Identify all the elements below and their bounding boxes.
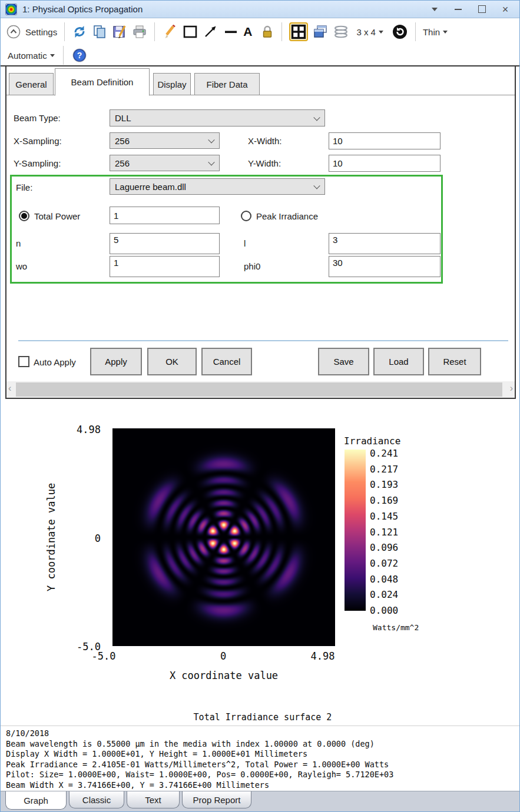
y-tick: 0	[69, 533, 101, 544]
save-icon[interactable]	[112, 24, 127, 39]
info-divider	[1, 726, 519, 726]
colorbar-tick: 0.048	[370, 574, 412, 585]
physical-optics-propagation-window: 1: Physical Optics Propagation × Setting…	[0, 0, 520, 812]
toolbar-secondary: Automatic ?	[1, 45, 519, 65]
total-power-radio[interactable]	[19, 211, 29, 221]
window-menu-caret-icon[interactable]	[430, 5, 439, 14]
chevron-down-icon	[379, 31, 383, 34]
reset-button[interactable]: Reset	[428, 348, 481, 375]
help-icon[interactable]: ?	[72, 48, 87, 63]
auto-apply-checkbox[interactable]	[18, 356, 29, 367]
wo-field[interactable]	[110, 256, 220, 277]
tab-general[interactable]: General	[9, 73, 54, 95]
settings-label[interactable]: Settings	[25, 27, 57, 37]
close-icon[interactable]: ×	[501, 5, 510, 14]
line-annotate-icon[interactable]	[223, 24, 239, 39]
colorbar-tick: 0.169	[370, 495, 412, 506]
info-line: Display X Width = 1.0000E+01, Y Height =…	[6, 749, 393, 760]
beam-type-label: Beam Type:	[14, 113, 61, 123]
chevron-down-icon	[313, 114, 320, 121]
lock-icon[interactable]	[260, 24, 274, 39]
info-line: Beam Width X = 3.74166E+00, Y = 3.74166E…	[6, 780, 393, 791]
colorbar-tick: 0.217	[370, 464, 412, 475]
window-title: 1: Physical Optics Propagation	[22, 4, 143, 14]
view-tab-prop-report[interactable]: Prop Report	[182, 791, 251, 808]
x-tick: 0	[205, 650, 241, 662]
y-width-field[interactable]	[329, 155, 440, 172]
toolbar-separator	[63, 46, 64, 65]
collapse-settings-icon[interactable]	[6, 25, 21, 39]
chevron-down-icon	[313, 182, 320, 189]
line-thickness-dropdown[interactable]: Thin	[423, 27, 448, 37]
colorbar-tick: 0.072	[370, 558, 412, 569]
x-tick: 4.98	[304, 650, 341, 662]
scroll-left-icon[interactable]: ‹	[8, 383, 11, 394]
colorbar-tick: 0.121	[370, 527, 412, 538]
auto-update-icon[interactable]	[392, 24, 408, 40]
x-sampling-dropdown[interactable]: 256	[110, 132, 220, 149]
zoom-mode-label: Automatic	[8, 51, 47, 61]
copy-icon[interactable]	[92, 24, 107, 39]
phi0-field[interactable]	[329, 256, 440, 277]
apply-button[interactable]: Apply	[90, 348, 142, 375]
x-sampling-value: 256	[115, 136, 130, 146]
chevron-down-icon	[50, 54, 55, 57]
peak-irradiance-label: Peak Irradiance	[256, 211, 318, 221]
split-window-icon-active[interactable]	[289, 22, 308, 41]
print-icon[interactable]	[132, 24, 147, 39]
rectangle-annotate-icon[interactable]	[182, 24, 198, 39]
ok-button[interactable]: OK	[147, 348, 197, 375]
cancel-button[interactable]: Cancel	[201, 348, 252, 375]
view-tab-graph[interactable]: Graph	[5, 791, 67, 810]
peak-irradiance-radio[interactable]	[241, 211, 251, 221]
tab-beam-definition[interactable]: Beam Definition	[55, 68, 150, 96]
tab-display[interactable]: Display	[153, 73, 191, 95]
view-tab-text[interactable]: Text	[127, 791, 180, 808]
x-axis-label: X coordinate value	[112, 670, 335, 681]
beam-type-dropdown[interactable]: DLL	[110, 109, 325, 127]
maximize-icon[interactable]	[477, 5, 486, 14]
y-sampling-dropdown[interactable]: 256	[110, 155, 220, 171]
save-button[interactable]: Save	[318, 348, 369, 375]
tab-fiber-data[interactable]: Fiber Data	[194, 73, 260, 95]
chevron-down-icon	[443, 31, 448, 34]
view-tab-classic[interactable]: Classic	[69, 791, 124, 808]
colorbar-tick: 0.145	[370, 511, 412, 522]
wo-label: wo	[16, 261, 27, 271]
y-sampling-value: 256	[115, 158, 130, 168]
n-field[interactable]	[110, 233, 220, 254]
toolbar-separator	[154, 22, 155, 41]
scroll-right-icon[interactable]: ›	[510, 383, 513, 394]
grid-layout-dropdown[interactable]: 3 x 4	[356, 27, 383, 37]
text-annotate-icon[interactable]: A	[243, 25, 252, 39]
y-tick: 4.98	[69, 424, 101, 435]
total-power-label: Total Power	[34, 211, 80, 221]
total-power-field[interactable]	[110, 207, 220, 224]
zoom-mode-dropdown[interactable]: Automatic	[8, 51, 55, 61]
pencil-annotate-icon[interactable]	[162, 24, 177, 39]
scrollbar-thumb[interactable]	[16, 382, 502, 397]
colorbar-unit: Watts/mm^2	[373, 623, 419, 632]
load-button[interactable]: Load	[373, 348, 424, 375]
x-sampling-label: X-Sampling:	[14, 136, 62, 146]
cascade-windows-icon[interactable]	[313, 24, 328, 39]
file-dropdown[interactable]: Laguerre beam.dll	[110, 178, 325, 195]
line-thickness-label: Thin	[423, 27, 440, 37]
colorbar-tick: 0.241	[370, 448, 412, 459]
file-label: File:	[16, 182, 32, 192]
beam-app-icon	[5, 4, 17, 15]
l-field[interactable]	[329, 233, 440, 254]
toolbar-main: Settings A	[1, 18, 519, 45]
arrow-annotate-icon[interactable]	[203, 24, 218, 39]
y-width-label: Y-Width:	[248, 158, 281, 168]
surface-layers-icon[interactable]	[333, 24, 349, 39]
minimize-icon[interactable]	[453, 5, 463, 14]
grid-layout-label: 3 x 4	[356, 27, 376, 37]
x-tick: -5.0	[85, 650, 122, 662]
colorbar-title: Irradiance	[344, 435, 400, 447]
x-width-field[interactable]	[329, 132, 440, 149]
toolbar-separator	[415, 22, 416, 41]
horizontal-scrollbar[interactable]: ‹ ›	[6, 381, 515, 398]
n-label: n	[16, 238, 21, 248]
refresh-icon[interactable]	[72, 24, 87, 39]
